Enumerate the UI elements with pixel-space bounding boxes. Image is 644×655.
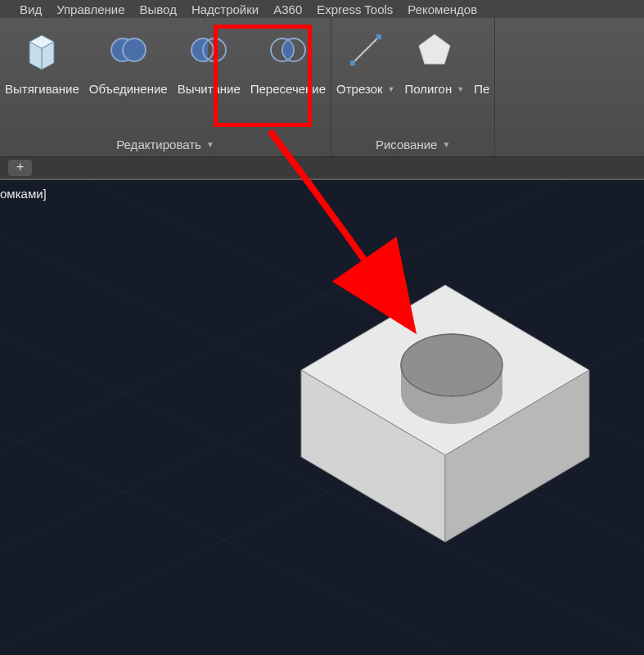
- subtract-label: Вычитание: [178, 82, 241, 96]
- polygon-button[interactable]: Полигон ▼: [400, 18, 470, 134]
- union-icon: [109, 26, 148, 74]
- caret-down-icon: ▼: [442, 140, 450, 149]
- group-label-draw[interactable]: Рисование ▼: [331, 134, 494, 156]
- menu-item-manage[interactable]: Управление: [56, 2, 124, 16]
- caret-down-icon: ▼: [388, 85, 395, 93]
- intersect-label: Пересечение: [250, 82, 326, 96]
- svg-rect-11: [350, 61, 355, 66]
- svg-line-10: [353, 37, 379, 63]
- extrude-button[interactable]: Вытягивание: [0, 18, 84, 134]
- group-label-edit[interactable]: Редактировать ▼: [0, 134, 331, 156]
- polygon-label: Полигон ▼: [405, 82, 465, 96]
- new-tab-button[interactable]: +: [8, 160, 32, 176]
- menu-item-view[interactable]: Вид: [20, 2, 42, 16]
- model-block-with-hole: [301, 285, 589, 542]
- drawing-viewport[interactable]: омками]: [0, 180, 644, 655]
- extrude-icon: [25, 26, 59, 74]
- menu-item-output[interactable]: Вывод: [140, 2, 177, 16]
- caret-down-icon: ▼: [457, 85, 464, 93]
- ribbon-group-draw: Отрезок ▼ Полигон ▼ Пе: [331, 18, 495, 156]
- intersect-icon: [268, 26, 308, 74]
- menu-item-express[interactable]: Express Tools: [317, 2, 393, 16]
- union-label: Объединение: [89, 82, 168, 96]
- line-label: Отрезок ▼: [336, 82, 394, 96]
- subtract-button[interactable]: Вычитание: [173, 18, 245, 134]
- union-button[interactable]: Объединение: [84, 18, 173, 134]
- truncated-button[interactable]: Пе: [469, 18, 494, 134]
- extrude-label: Вытягивание: [5, 82, 79, 96]
- truncated-label: Пе: [474, 82, 489, 96]
- svg-point-4: [123, 38, 146, 61]
- intersect-button[interactable]: Пересечение: [245, 18, 331, 134]
- menu-item-addins[interactable]: Надстройки: [191, 2, 259, 16]
- svg-marker-13: [419, 34, 450, 64]
- line-icon: [348, 26, 384, 74]
- tab-strip: +: [0, 157, 644, 180]
- caret-down-icon: ▼: [206, 140, 214, 149]
- polygon-icon: [416, 26, 453, 74]
- ribbon-group-edit: Вытягивание Объединение: [0, 18, 331, 156]
- ribbon: Вытягивание Объединение: [0, 18, 644, 157]
- svg-rect-12: [376, 34, 381, 39]
- menubar: Вид Управление Вывод Надстройки A360 Exp…: [0, 0, 644, 18]
- subtract-icon: [189, 26, 228, 74]
- menu-item-a360[interactable]: A360: [273, 2, 302, 16]
- line-button[interactable]: Отрезок ▼: [331, 18, 399, 134]
- menu-item-recommend[interactable]: Рекомендов: [408, 2, 477, 16]
